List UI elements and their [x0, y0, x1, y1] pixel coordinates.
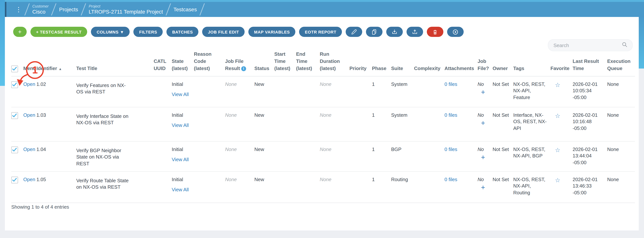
- cell-run-duration: None: [320, 176, 332, 182]
- open-link[interactable]: Open: [23, 176, 35, 182]
- job-file-edit-button[interactable]: JOB FILE EDIT: [202, 27, 245, 37]
- table-row: Open 1.03 Verify Interface State on NX-O…: [11, 107, 635, 141]
- cell-catl-uuid: [154, 76, 172, 107]
- columns-dropdown-button[interactable]: COLUMNS ▼: [91, 27, 130, 37]
- search-icon[interactable]: [622, 41, 628, 49]
- col-header-favorite[interactable]: Favorite: [550, 51, 572, 76]
- breadcrumb-item-project[interactable]: Project LTROPS-2711 Template Project: [89, 4, 163, 15]
- cell-job-file-result: None: [225, 81, 237, 87]
- col-header-priority[interactable]: Priority: [350, 51, 372, 76]
- map-variables-button[interactable]: MAP VARIABLES: [248, 27, 296, 37]
- cell-catl-uuid: [154, 107, 172, 141]
- row-checkbox[interactable]: [11, 112, 18, 119]
- col-header-tags[interactable]: Tags: [513, 51, 550, 76]
- col-header-start-time[interactable]: Start Time (latest): [274, 51, 296, 76]
- select-all-checkbox[interactable]: [11, 65, 18, 72]
- search-input[interactable]: [553, 42, 622, 48]
- cell-job-file: No: [478, 176, 490, 183]
- add-button[interactable]: +: [13, 27, 27, 37]
- attachments-link[interactable]: 0 files: [444, 146, 457, 152]
- col-header-state[interactable]: State (latest): [172, 51, 194, 76]
- col-header-test-title[interactable]: Test Title: [76, 51, 154, 76]
- col-header-job-file-result[interactable]: Job File Resulti: [225, 51, 254, 76]
- download-button[interactable]: [386, 27, 403, 37]
- col-header-owner[interactable]: Owner: [492, 51, 513, 76]
- run-button[interactable]: [447, 27, 464, 37]
- cell-state: Initial: [172, 81, 191, 87]
- cell-phase: 1: [372, 171, 391, 203]
- left-edge-strip: [0, 0, 5, 86]
- cell-end-time: [296, 171, 320, 203]
- col-header-run-duration[interactable]: Run Duration (latest): [320, 51, 350, 76]
- favorite-star-icon[interactable]: ☆: [555, 146, 560, 154]
- cell-end-time: [296, 76, 320, 107]
- row-checkbox[interactable]: [11, 176, 18, 183]
- filters-button[interactable]: FILTERS: [134, 27, 163, 37]
- add-job-file-button[interactable]: +: [481, 88, 490, 96]
- cell-phase: 1: [372, 141, 391, 171]
- duplicate-button[interactable]: [366, 27, 383, 37]
- cell-last-result-time: 2026-02-01 13:44:04 -05:00: [572, 146, 603, 166]
- delete-button[interactable]: [427, 27, 444, 37]
- right-scrollbar-thumb[interactable]: [639, 17, 644, 69]
- kebab-menu-icon[interactable]: ⋮: [16, 6, 22, 13]
- col-header-reason-code[interactable]: Reason Code (latest): [194, 51, 225, 76]
- col-header-execution-queue[interactable]: Execution Queue: [607, 51, 635, 76]
- cell-owner: Not Set: [492, 141, 513, 171]
- cell-state: Initial: [172, 146, 191, 153]
- col-header-attachments[interactable]: Attachments: [444, 51, 478, 76]
- col-header-last-result-time[interactable]: Last Result Time: [572, 51, 607, 76]
- cell-identifier: 1.03: [36, 107, 76, 141]
- col-header-suite[interactable]: Suite: [391, 51, 414, 76]
- favorite-star-icon[interactable]: ☆: [555, 112, 560, 120]
- view-all-link[interactable]: View All: [172, 157, 189, 162]
- breadcrumb: ⋮ Customer Cisco Projects Project LTROPS…: [5, 2, 644, 17]
- col-header-end-time[interactable]: End Time (latest): [296, 51, 320, 76]
- col-header-status[interactable]: Status: [254, 51, 274, 76]
- cell-priority: [350, 141, 372, 171]
- download-icon: [391, 28, 398, 35]
- breadcrumb-item-projects[interactable]: Projects: [59, 7, 78, 13]
- col-header-job-file[interactable]: Job File?: [478, 51, 492, 76]
- row-checkbox[interactable]: [11, 81, 18, 88]
- add-testcase-result-button[interactable]: + TESTCASE RESULT: [30, 27, 87, 37]
- batches-button[interactable]: BATCHES: [166, 27, 198, 37]
- cell-identifier: 1.05: [36, 171, 76, 203]
- favorite-star-icon[interactable]: ☆: [555, 176, 560, 184]
- view-all-link[interactable]: View All: [172, 187, 189, 192]
- eotr-report-button[interactable]: EOTR REPORT: [299, 27, 342, 37]
- cell-suite: System: [391, 76, 414, 107]
- cell-reason-code: [194, 107, 225, 141]
- edit-button[interactable]: [346, 27, 362, 37]
- view-all-link[interactable]: View All: [172, 123, 189, 128]
- breadcrumb-item-customer[interactable]: Customer Cisco: [32, 4, 49, 15]
- add-job-file-button[interactable]: +: [481, 154, 490, 161]
- view-all-link[interactable]: View All: [172, 91, 189, 97]
- app-window: ⋮ Customer Cisco Projects Project LTROPS…: [0, 0, 644, 238]
- open-link[interactable]: Open: [23, 146, 35, 152]
- cell-identifier: 1.04: [36, 141, 76, 171]
- attachments-link[interactable]: 0 files: [444, 81, 457, 87]
- row-checkbox[interactable]: [11, 146, 18, 153]
- cell-tags: NX-OS, REST, NX-API, BGP: [513, 146, 547, 159]
- col-header-phase[interactable]: Phase: [372, 51, 391, 76]
- open-link[interactable]: Open: [23, 112, 35, 118]
- col-header-catl-uuid[interactable]: CATL UUID: [154, 51, 172, 76]
- col-header-complexity[interactable]: Complexity: [414, 51, 444, 76]
- cell-test-title: Verify BGP Neighbor State on NX-OS via R…: [76, 147, 130, 167]
- breadcrumb-separator: [166, 4, 171, 16]
- attachments-link[interactable]: 0 files: [444, 176, 457, 182]
- favorite-star-icon[interactable]: ☆: [555, 81, 560, 89]
- open-link[interactable]: Open: [23, 81, 35, 87]
- add-job-file-button[interactable]: +: [481, 120, 490, 127]
- breadcrumb-item-testcases[interactable]: Testcases: [174, 7, 197, 13]
- info-icon[interactable]: i: [241, 66, 246, 71]
- col-header-menu[interactable]: Menu: [23, 51, 36, 76]
- cell-priority: [350, 107, 372, 141]
- attachments-link[interactable]: 0 files: [444, 112, 457, 118]
- add-job-file-button[interactable]: +: [481, 184, 490, 191]
- col-header-identifier[interactable]: Identifier▲: [36, 51, 76, 76]
- upload-button[interactable]: [407, 27, 423, 37]
- breadcrumb-label: Testcases: [174, 7, 197, 13]
- cell-status: New: [254, 107, 274, 141]
